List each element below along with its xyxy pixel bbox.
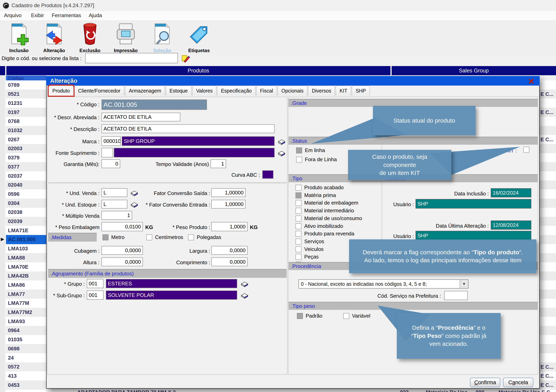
checkbox[interactable] [295, 246, 301, 252]
table-row[interactable]: 0377 [6, 162, 46, 171]
tipo-option-produto-acabado[interactable]: Produto acabado [295, 184, 344, 191]
table-row[interactable]: 02003 [6, 144, 46, 153]
table-row[interactable]: LMA103 [6, 244, 46, 253]
table-row[interactable]: 0453 [6, 380, 46, 390]
confirma-button[interactable]: Confirma [470, 378, 500, 387]
checkbox[interactable] [146, 234, 152, 240]
peso-produto-field[interactable]: 1,0000 [211, 222, 247, 231]
fator-entrada-field[interactable]: 1,00000 [211, 200, 246, 208]
descricao-field[interactable]: ACETATO DE ETILA [101, 124, 275, 133]
tipo-option-mat-ria-prima[interactable]: Matéria prima [295, 192, 336, 198]
table-row[interactable]: 02040 [6, 180, 46, 190]
checkbox[interactable] [102, 234, 108, 240]
procedencia-dropdown[interactable]: 0 - Nacional, exceto as indicadas nos có… [299, 279, 468, 289]
table-row[interactable]: 0304 [6, 199, 46, 208]
printer-icon[interactable] [114, 22, 137, 45]
table-row[interactable]: 0964 [6, 326, 46, 335]
tag-icon[interactable] [187, 22, 210, 45]
tipo-option-servi-os[interactable]: Serviços [295, 238, 324, 245]
checkbox[interactable] [343, 313, 349, 319]
table-row[interactable]: 0337 [6, 390, 46, 392]
toolbar-alteracao[interactable]: Alteração [38, 48, 70, 53]
table-row[interactable]: LMA93 [6, 317, 46, 326]
fator-saida-field[interactable]: 1,00000 [211, 188, 246, 197]
tipo-option-material-intermedi-rio[interactable]: Material intermediário [295, 208, 354, 214]
table-row[interactable]: 413 [6, 371, 46, 380]
table-row[interactable]: 0768 [6, 117, 46, 126]
checkbox[interactable] [295, 215, 301, 222]
document-magnifier-icon[interactable] [151, 22, 174, 45]
checkbox[interactable] [295, 192, 301, 198]
table-row[interactable]: 0572 [6, 362, 46, 371]
tipo-peso-option-padr-o[interactable]: Padrão [297, 313, 322, 319]
menu-ferramentas[interactable]: Ferramentas [52, 12, 81, 18]
menu-exibir[interactable]: Exibir [31, 12, 44, 18]
table-row[interactable]: LMA77M2 [6, 308, 46, 317]
tipo-option-material-de-embalagem[interactable]: Material de embalagem [295, 200, 358, 206]
tipo-option-ativo-imobilizado[interactable]: Ativo imobilizado [295, 223, 343, 229]
table-row[interactable]: 02039 [6, 217, 46, 226]
chevron-down-icon[interactable]: ▼ [460, 280, 468, 288]
lookup-book-icon[interactable] [130, 188, 139, 197]
trash-icon[interactable] [78, 22, 101, 45]
dialog-title-bar[interactable]: Alteração [46, 76, 540, 85]
status-option-em-linha[interactable]: Em linha [296, 147, 325, 154]
table-row[interactable]: 0521 [6, 90, 46, 99]
codigo-column-header[interactable]: Código [6, 76, 46, 81]
tab-diversos[interactable]: Diversos [308, 85, 335, 96]
tab-fiscal[interactable]: Fiscal [256, 85, 277, 96]
kit-checkbox[interactable] [523, 147, 529, 153]
multiplo-venda-field[interactable]: 1 [101, 211, 132, 220]
table-row[interactable]: LMA42B [6, 271, 46, 281]
table-row[interactable]: LMA88 [6, 253, 46, 262]
checkbox[interactable] [295, 223, 301, 229]
tipo-option-material-de-uso-consumo[interactable]: Material de uso/consumo [295, 215, 362, 222]
tab-shp[interactable]: SHP [352, 85, 370, 96]
tab-estoque[interactable]: Estoque [166, 85, 192, 96]
tipo-peso-option-vari-vel[interactable]: Variável [343, 313, 370, 319]
lookup-book-icon[interactable] [277, 137, 286, 145]
descr-abreviada-field[interactable]: ACETATO DE ETILA [101, 113, 180, 121]
lookup-book-icon[interactable] [277, 148, 286, 157]
checkbox[interactable] [295, 208, 301, 214]
table-row[interactable]: 0267 [6, 135, 46, 144]
tempo-validade-field[interactable]: 1 [210, 159, 226, 168]
toolbar-exclusao[interactable]: Exclusão [74, 48, 106, 53]
tab-produto[interactable]: Produto [49, 85, 74, 96]
status-option-fora-de-linha[interactable]: Fora de Linha [296, 156, 337, 162]
table-row[interactable]: AC.001.005 [6, 235, 46, 244]
menu-arquivo[interactable]: Arquivo [4, 12, 22, 18]
table-row[interactable]: 0789 [6, 80, 46, 90]
toolbar-impressao[interactable]: Impressão [110, 48, 142, 53]
table-row[interactable]: LMA86 [6, 280, 46, 290]
altura-field[interactable]: 0,0000 [101, 257, 143, 266]
tab-cliente-fornecedor[interactable]: Cliente/Fornecedor [74, 85, 124, 96]
tab-kit[interactable]: KIT [336, 85, 351, 96]
checkbox[interactable] [188, 234, 194, 240]
document-plus-icon[interactable] [7, 22, 31, 45]
tab-especifica-o[interactable]: Especificação [217, 85, 255, 96]
table-row[interactable]: 24 [6, 353, 46, 362]
cubagem-field[interactable]: 0,0000 [101, 246, 143, 255]
tab-armazenagem[interactable]: Armazenagem [125, 85, 165, 96]
grupo-code-field[interactable]: 001 [87, 279, 103, 288]
fonte-suprimento-code-field[interactable] [101, 148, 113, 157]
checkbox[interactable] [296, 157, 302, 162]
table-row[interactable]: LMA77 [6, 290, 46, 299]
document-arrows-icon[interactable] [43, 22, 66, 45]
und-estoque-field[interactable]: L [101, 200, 127, 208]
menu-ajuda[interactable]: Ajuda [89, 12, 102, 18]
tipo-option-veiculos[interactable]: Veiculos [295, 246, 324, 252]
checkbox[interactable] [295, 238, 301, 245]
table-row[interactable]: 0379 [6, 153, 46, 162]
tab-opcionais[interactable]: Opcionais [278, 85, 307, 96]
marca-code-field[interactable]: 000010 [101, 136, 121, 146]
table-row[interactable]: 02037 [6, 171, 46, 180]
medidas-option-polegadas[interactable]: Polegadas [188, 234, 221, 240]
curva-abc-field[interactable] [262, 170, 273, 179]
edit-pen-icon[interactable] [181, 54, 190, 63]
largura-field[interactable]: 0,0000 [211, 246, 247, 255]
table-row[interactable]: 01035 [6, 335, 46, 344]
subgrupo-code-field[interactable]: 001 [87, 291, 103, 300]
lookup-book-icon[interactable] [130, 200, 139, 208]
